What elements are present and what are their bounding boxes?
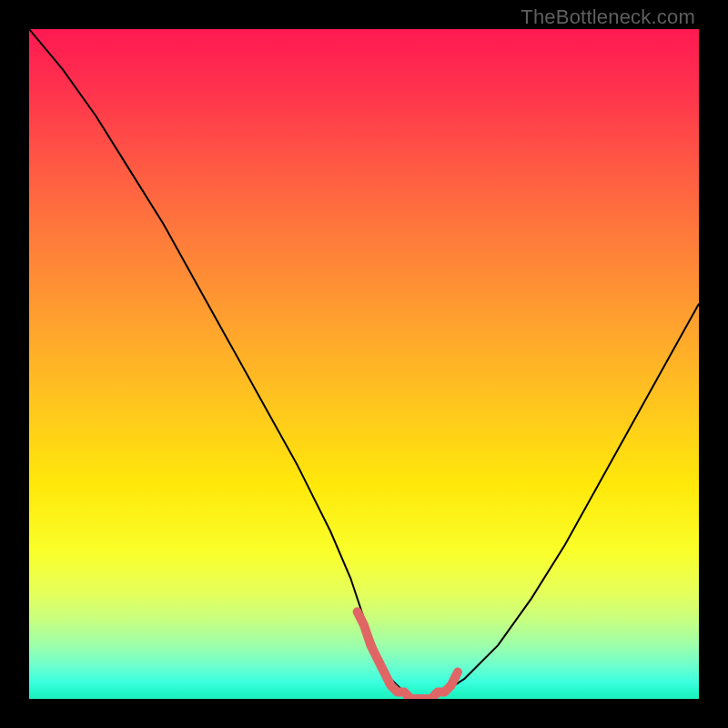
optimal-region-marker [358, 612, 458, 699]
bottleneck-curve [29, 29, 699, 699]
plot-area [29, 29, 699, 699]
chart-frame: TheBottleneck.com [0, 0, 728, 728]
curve-layer [29, 29, 699, 699]
watermark-text: TheBottleneck.com [521, 5, 695, 29]
